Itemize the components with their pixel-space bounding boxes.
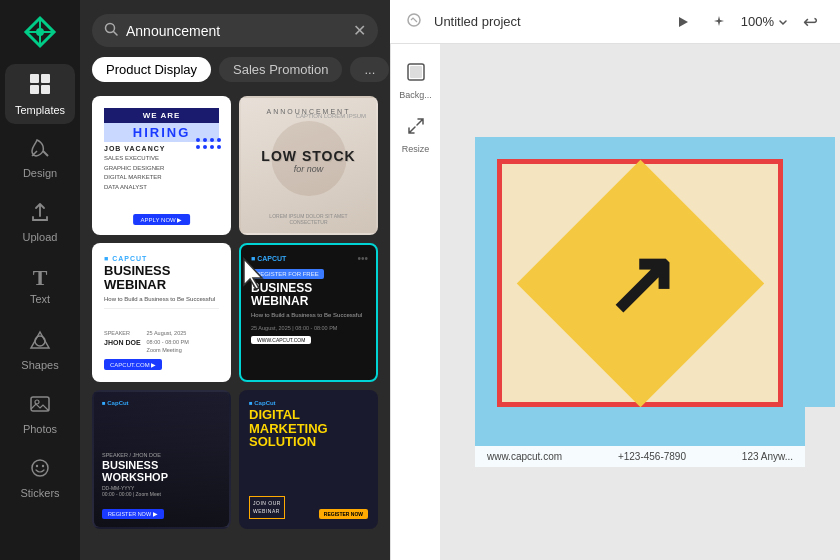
template-card-digital-marketing[interactable]: ■ CapCut DIGITALMARKETINGSOLUTION JOIN O…: [239, 390, 378, 529]
photos-icon: [29, 393, 51, 419]
toolbar-actions: 100% ↩: [669, 8, 824, 36]
filter-tabs: Product Display Sales Promotion ...: [80, 57, 390, 92]
svg-point-10: [36, 465, 38, 467]
background-tool-label: Backg...: [399, 90, 432, 100]
sidebar-item-text[interactable]: T Text: [5, 256, 75, 316]
svg-line-13: [114, 32, 118, 36]
canvas-area[interactable]: ↗ www.capcut.com +123-456-7890 123 Anyw.…: [440, 44, 840, 560]
filter-tab-more[interactable]: ...: [350, 57, 389, 82]
template-card-webinar2[interactable]: ■ CAPCUT ••• REGISTER FOR FREE BusinessW…: [239, 243, 378, 382]
template-grid: WE ARE HIRING JOB VACANCY SALES EXECUTIV…: [80, 92, 390, 533]
template-card-hiring[interactable]: WE ARE HIRING JOB VACANCY SALES EXECUTIV…: [92, 96, 231, 235]
canvas-bottom-address: 123 Anyw...: [742, 451, 793, 462]
magic-button[interactable]: [705, 8, 733, 36]
main-area: Untitled project 100% ↩: [390, 0, 840, 560]
play-button[interactable]: [669, 8, 697, 36]
svg-rect-1: [30, 74, 39, 83]
search-input[interactable]: [126, 23, 345, 39]
canvas-bottom-website: www.capcut.com: [487, 451, 562, 462]
upload-icon: [29, 201, 51, 227]
svg-rect-3: [30, 85, 39, 94]
zoom-level: 100%: [741, 14, 774, 29]
svg-rect-4: [41, 85, 50, 94]
filter-tab-sales-promotion[interactable]: Sales Promotion: [219, 57, 342, 82]
template-card-lowstock[interactable]: ANNOUNCEMENT CAPTION LOREM IPSUM LOW STO…: [239, 96, 378, 235]
sidebar-item-stickers-label: Stickers: [20, 487, 59, 499]
zoom-control[interactable]: 100%: [741, 14, 788, 29]
svg-point-14: [408, 14, 420, 26]
svg-point-0: [36, 28, 44, 36]
svg-marker-15: [679, 17, 688, 27]
resize-tool[interactable]: Resize: [398, 110, 434, 160]
sidebar-item-shapes-label: Shapes: [21, 359, 58, 371]
svg-point-9: [32, 460, 48, 476]
side-tools: Backg... Resize: [390, 44, 440, 560]
search-bar: ✕: [92, 14, 378, 47]
template-card-workshop[interactable]: ■ CapCut SPEAKER / JHON DOE BUSINESSWORK…: [92, 390, 231, 529]
app-logo[interactable]: [20, 12, 60, 52]
search-icon: [104, 22, 118, 39]
sidebar-item-upload-label: Upload: [23, 231, 58, 243]
svg-point-8: [35, 400, 39, 404]
sidebar-item-templates-label: Templates: [15, 104, 65, 116]
sidebar-item-photos[interactable]: Photos: [5, 384, 75, 444]
design-icon: [29, 137, 51, 163]
stickers-icon: [29, 457, 51, 483]
sidebar-item-photos-label: Photos: [23, 423, 57, 435]
sidebar-item-design-label: Design: [23, 167, 57, 179]
undo-button[interactable]: ↩: [796, 8, 824, 36]
resize-tool-label: Resize: [402, 144, 430, 154]
filter-tab-product-display[interactable]: Product Display: [92, 57, 211, 82]
sidebar-item-shapes[interactable]: Shapes: [5, 320, 75, 380]
background-tool[interactable]: Backg...: [398, 56, 434, 106]
search-clear-button[interactable]: ✕: [353, 21, 366, 40]
sidebar-item-text-label: Text: [30, 293, 50, 305]
project-icon: [406, 12, 422, 31]
text-icon: T: [33, 267, 48, 289]
canvas-toolbar: Untitled project 100% ↩: [390, 0, 840, 44]
svg-rect-17: [410, 66, 422, 78]
sidebar-item-templates[interactable]: Templates: [5, 64, 75, 124]
sidebar-item-stickers[interactable]: Stickers: [5, 448, 75, 508]
background-icon: [406, 62, 426, 87]
svg-point-11: [42, 465, 44, 467]
sidebar-item-design[interactable]: Design: [5, 128, 75, 188]
templates-panel: ✕ Product Display Sales Promotion ... WE…: [80, 0, 390, 560]
shapes-icon: [29, 329, 51, 355]
sidebar: Templates Design Upload T Text: [0, 0, 80, 560]
canvas-bottom-phone: +123-456-7890: [618, 451, 686, 462]
canvas-frame: ↗ www.capcut.com +123-456-7890 123 Anyw.…: [475, 137, 805, 467]
resize-icon: [406, 116, 426, 141]
svg-point-6: [35, 336, 45, 346]
templates-icon: [28, 72, 52, 100]
svg-rect-2: [41, 74, 50, 83]
sidebar-item-upload[interactable]: Upload: [5, 192, 75, 252]
template-card-webinar1[interactable]: ■ CAPCUT BUSINESSWEBINAR How to Build a …: [92, 243, 231, 382]
project-title: Untitled project: [434, 14, 657, 29]
